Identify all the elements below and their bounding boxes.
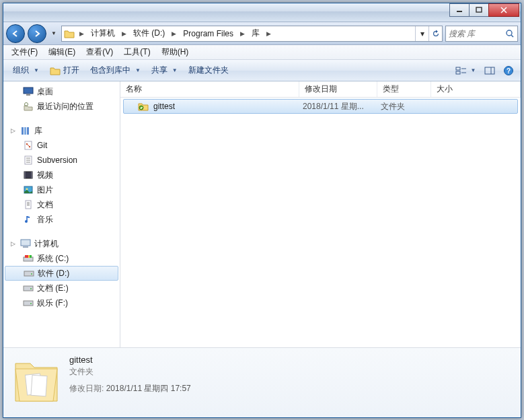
file-list: 名称 修改日期 类型 大小 gittest 2018/1/11 星期... 文件… (120, 81, 521, 347)
close-button[interactable] (488, 3, 519, 17)
svg-rect-14 (24, 88, 33, 94)
file-date: 2018/1/11 星期... (297, 101, 375, 112)
command-bar: 组织▼ 打开 包含到库中▼ 共享▼ 新建文件夹 ▼ ? (3, 60, 521, 81)
crumb-computer[interactable]: 计算机 (87, 26, 119, 41)
tree-lib-pictures[interactable]: 图片 (3, 182, 120, 197)
minimize-button[interactable] (449, 3, 470, 17)
svg-rect-15 (26, 94, 30, 96)
subversion-icon (22, 155, 34, 166)
new-folder-button[interactable]: 新建文件夹 (183, 63, 234, 79)
file-type: 文件夹 (375, 101, 429, 112)
svg-line-5 (511, 35, 513, 37)
crumb-ku[interactable]: 库 (248, 26, 264, 41)
chevron-right-icon[interactable]: ▶ (237, 30, 248, 37)
documents-icon (22, 199, 34, 210)
tree-recent[interactable]: 最近访问的位置 (3, 99, 120, 114)
tree-lib-subversion[interactable]: Subversion (3, 153, 120, 168)
nav-history-dropdown[interactable]: ▼ (49, 26, 59, 42)
libraries-icon (20, 125, 32, 136)
svg-rect-19 (27, 127, 29, 135)
open-button[interactable]: 打开 (44, 63, 85, 79)
tree-libraries[interactable]: ▷ 库 (3, 123, 120, 138)
back-button[interactable] (6, 24, 25, 43)
svg-rect-10 (485, 67, 494, 74)
preview-pane-button[interactable] (482, 63, 498, 78)
menu-edit[interactable]: 编辑(E) (43, 45, 81, 59)
navigation-pane[interactable]: 桌面 最近访问的位置 ▷ 库 Git (3, 81, 120, 347)
drive-icon (22, 298, 34, 308)
video-icon (22, 170, 34, 180)
forward-button[interactable] (28, 24, 46, 43)
address-bar[interactable]: ▶ 计算机 ▶ 软件 (D:) ▶ Program Files ▶ 库 ▶ ▾ (61, 26, 443, 42)
svg-rect-40 (24, 286, 33, 291)
tree-drive-e[interactable]: 文档 (E:) (3, 281, 120, 295)
tree-computer[interactable]: ▷ 计算机 (3, 236, 120, 251)
svg-point-31 (25, 220, 28, 223)
collapse-icon[interactable]: ▷ (9, 240, 17, 247)
view-mode-button[interactable]: ▼ (452, 63, 479, 78)
menu-tools[interactable]: 工具(T) (118, 45, 155, 59)
file-name: gittest (153, 102, 175, 111)
file-row[interactable]: gittest 2018/1/11 星期... 文件夹 (123, 99, 518, 114)
svg-point-4 (507, 30, 512, 36)
tree-lib-documents[interactable]: 文档 (3, 197, 120, 212)
svg-rect-6 (456, 67, 460, 70)
column-headers: 名称 修改日期 类型 大小 (120, 81, 521, 98)
menu-view[interactable]: 查看(V) (81, 45, 118, 59)
tree-lib-git[interactable]: Git (3, 138, 120, 153)
svg-rect-18 (24, 127, 26, 135)
search-icon[interactable] (502, 29, 517, 38)
drive-icon (22, 283, 34, 293)
column-date[interactable]: 修改日期 (299, 81, 377, 97)
organize-button[interactable]: 组织▼ (7, 63, 44, 79)
svg-text:?: ? (507, 67, 511, 75)
svg-rect-36 (28, 255, 30, 258)
details-name: gittest (69, 355, 191, 365)
svg-rect-38 (24, 271, 34, 276)
help-button[interactable]: ? (500, 63, 517, 78)
collapse-icon[interactable]: ▷ (9, 127, 17, 134)
tree-drive-f[interactable]: 娱乐 (F:) (3, 295, 120, 310)
search-input[interactable] (446, 29, 502, 38)
tree-lib-music[interactable]: 音乐 (3, 212, 120, 227)
folder-large-icon (11, 353, 61, 407)
open-folder-icon (50, 66, 61, 75)
svg-point-39 (31, 273, 32, 275)
svg-rect-33 (23, 246, 28, 248)
column-type[interactable]: 类型 (377, 81, 431, 97)
window-controls (450, 3, 519, 17)
crumb-program-files[interactable]: Program Files (179, 26, 237, 41)
desktop-icon (22, 86, 34, 97)
tree-desktop[interactable]: 桌面 (3, 84, 120, 99)
svg-rect-30 (26, 201, 31, 209)
svg-rect-37 (30, 255, 32, 258)
maximize-button[interactable] (469, 3, 489, 17)
chevron-right-icon[interactable]: ▶ (77, 30, 87, 37)
tree-drive-d[interactable]: 软件 (D:) (5, 266, 118, 281)
tree-lib-videos[interactable]: 视频 (3, 168, 120, 182)
details-date: 修改日期: 2018/1/11 星期四 17:57 (69, 383, 191, 394)
svg-rect-27 (31, 172, 32, 178)
svg-rect-46 (31, 375, 47, 396)
chevron-right-icon[interactable]: ▶ (264, 30, 274, 37)
drive-icon (23, 268, 35, 279)
address-dropdown[interactable]: ▾ (415, 26, 428, 41)
menu-help[interactable]: 帮助(H) (156, 45, 194, 59)
chevron-right-icon[interactable]: ▶ (119, 30, 129, 37)
column-name[interactable]: 名称 (120, 81, 299, 97)
svg-rect-17 (22, 127, 24, 135)
share-button[interactable]: 共享▼ (146, 63, 183, 79)
music-icon (22, 214, 34, 225)
menu-file[interactable]: 文件(F) (6, 45, 43, 59)
column-size[interactable]: 大小 (431, 81, 521, 97)
tree-drive-c[interactable]: 系统 (C:) (3, 251, 120, 266)
svg-rect-35 (25, 255, 28, 258)
svg-point-41 (30, 288, 32, 289)
include-in-library-button[interactable]: 包含到库中▼ (85, 63, 146, 79)
chevron-right-icon[interactable]: ▶ (169, 30, 179, 37)
crumb-drive-d[interactable]: 软件 (D:) (129, 26, 169, 41)
title-bar (3, 3, 521, 22)
refresh-button[interactable] (428, 26, 442, 41)
search-box[interactable] (445, 26, 518, 42)
file-rows[interactable]: gittest 2018/1/11 星期... 文件夹 (120, 98, 521, 347)
